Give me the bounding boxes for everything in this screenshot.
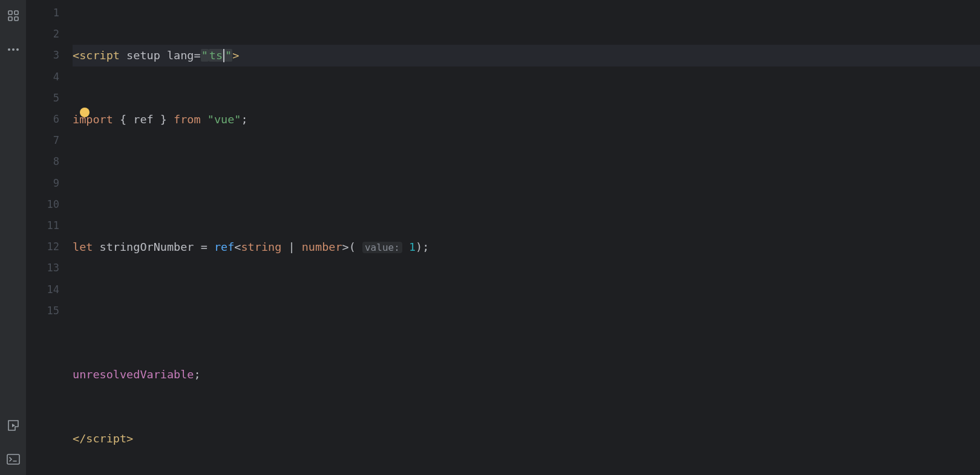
line-number: 6 — [27, 109, 59, 130]
line-number: 15 — [27, 300, 59, 322]
apps-icon[interactable] — [6, 8, 21, 23]
line-number: 10 — [27, 194, 59, 215]
line-number: 7 — [27, 130, 59, 151]
run-icon[interactable] — [6, 418, 21, 433]
code-line: import { ref } from "vue"; — [73, 109, 980, 130]
line-number: 13 — [27, 257, 59, 279]
svg-point-5 — [12, 48, 15, 51]
line-number: 12 — [27, 236, 59, 257]
svg-rect-0 — [8, 11, 12, 15]
code-line — [73, 173, 980, 194]
line-number: 4 — [27, 66, 59, 88]
tool-sidebar — [0, 0, 27, 475]
line-number: 5 — [27, 88, 59, 109]
code-line: unresolvedVariable; — [73, 364, 980, 385]
line-number: 11 — [27, 215, 59, 236]
svg-rect-3 — [15, 17, 18, 21]
code-line: </script> — [73, 428, 980, 449]
line-gutter: 1 2 3 4 5 6 7 8 9 10 11 12 13 14 15 — [27, 0, 73, 475]
more-icon[interactable] — [6, 42, 21, 57]
inlay-hint: value: — [362, 242, 402, 253]
line-number: 8 — [27, 151, 59, 172]
code-line — [73, 300, 980, 322]
line-number: 1 — [27, 2, 59, 24]
code-editor[interactable]: 1 2 3 4 5 6 7 8 9 10 11 12 13 14 15 <scr… — [27, 0, 980, 475]
svg-point-6 — [16, 48, 19, 51]
line-number: 9 — [27, 173, 59, 194]
line-number: 14 — [27, 279, 59, 300]
svg-rect-1 — [15, 11, 18, 15]
code-area[interactable]: <script setup lang="ts"> import { ref } … — [73, 0, 980, 475]
code-line: let stringOrNumber = ref<string | number… — [73, 236, 980, 257]
line-number: 3 — [27, 45, 59, 66]
line-number: 2 — [27, 24, 59, 45]
svg-rect-9 — [7, 454, 19, 464]
code-line: <script setup lang="ts"> — [73, 45, 980, 66]
terminal-icon[interactable] — [6, 452, 21, 467]
svg-rect-2 — [8, 17, 12, 21]
svg-point-4 — [8, 48, 10, 51]
lightbulb-icon[interactable] — [80, 108, 90, 117]
